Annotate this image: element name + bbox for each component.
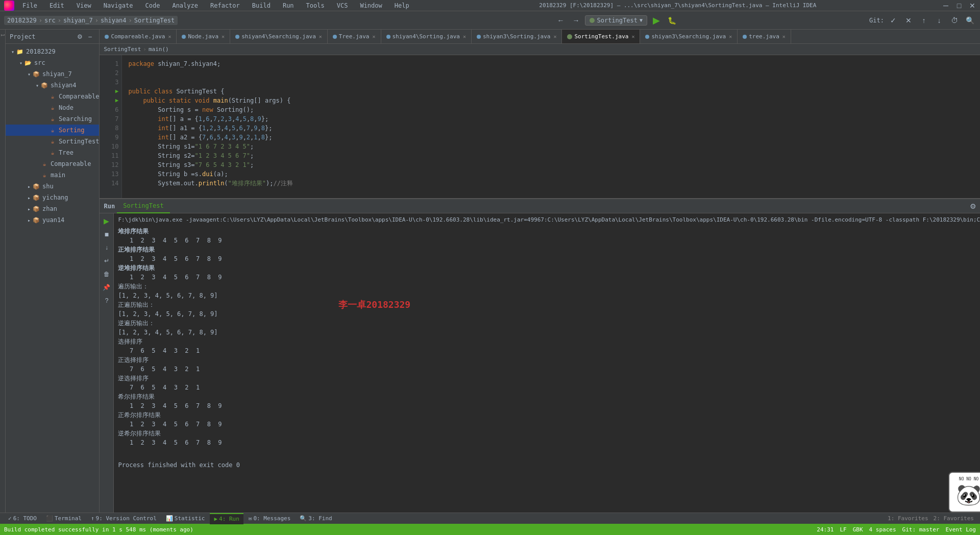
menu-code[interactable]: Code — [141, 0, 164, 11]
tree-item-Searching[interactable]: ▾ ☕ Searching — [6, 113, 99, 125]
run-button[interactable]: ▶ — [650, 14, 663, 27]
close-button[interactable]: ✕ — [969, 2, 976, 9]
indent-label[interactable]: 4 spaces — [869, 526, 896, 533]
bottom-tab-terminal[interactable]: ⬛ Terminal — [42, 513, 86, 524]
project-selector[interactable]: 20182329 › src › shiyan_7 › shiyan4 › So… — [4, 16, 178, 25]
tab-Searching4[interactable]: shiyan4\Searching.java ✕ — [230, 30, 328, 44]
tab-Sorting4[interactable]: shiyan4\Sorting.java ✕ — [381, 30, 472, 44]
tree-item-Sorting[interactable]: ▾ ☕ Sorting — [6, 125, 99, 136]
tree-item-yichang[interactable]: ▸ 📦 yichang — [6, 192, 99, 203]
breadcrumb-method[interactable]: main() — [149, 46, 169, 53]
menu-navigate[interactable]: Navigate — [100, 0, 137, 11]
tree-item-20182329[interactable]: ▾ 📁 20182329 — [6, 46, 99, 57]
tree-item-shu[interactable]: ▸ 📦 shu — [6, 181, 99, 192]
event-log-label[interactable]: Event Log — [945, 526, 976, 533]
tab-Tree[interactable]: Tree.java ✕ — [328, 30, 381, 44]
menu-run[interactable]: Run — [279, 0, 298, 11]
minimize-button[interactable]: ─ — [942, 2, 949, 9]
run-pin[interactable]: 📌 — [101, 282, 112, 293]
menu-build[interactable]: Build — [248, 0, 275, 11]
tab-Sorting3[interactable]: shiyan3\Sorting.java ✕ — [472, 30, 562, 44]
menu-analyze[interactable]: Analyze — [168, 0, 202, 11]
favorites-tab-2[interactable]: 2: Favorites — [932, 515, 976, 522]
tab-close-Compareable[interactable]: ✕ — [168, 34, 171, 39]
git-checkmark[interactable]: ✓ — [887, 14, 899, 27]
tab-close-Sorting3[interactable]: ✕ — [553, 34, 556, 39]
tab-treejava[interactable]: tree.java ✕ — [738, 30, 791, 44]
tree-item-Tree[interactable]: ▾ ☕ Tree — [6, 147, 99, 158]
tree-item-Compareable2[interactable]: ▾ ☕ Compareable — [6, 158, 99, 169]
tree-item-src[interactable]: ▾ 📂 src — [6, 57, 99, 68]
run-stop-button[interactable]: ■ — [101, 229, 112, 240]
tree-item-shiyan4[interactable]: ▾ 📦 shiyan4 — [6, 80, 99, 91]
tab-Node[interactable]: Node.java ✕ — [177, 30, 230, 44]
sidebar-collapse[interactable]: – — [85, 32, 95, 42]
tab-close-Sorting4[interactable]: ✕ — [463, 34, 466, 39]
tab-close-treejava[interactable]: ✕ — [782, 34, 786, 39]
run-tab-SortingTest[interactable]: SortingTest — [117, 199, 169, 213]
tree-item-main[interactable]: ▾ ☕ main — [6, 169, 99, 181]
tree-label-shiyan7: shiyan_7 — [42, 70, 72, 78]
menu-edit[interactable]: Edit — [45, 0, 68, 11]
debug-button[interactable]: 🐛 — [666, 14, 678, 27]
tab-SortingTest[interactable]: SortingTest.java ✕ — [562, 30, 640, 44]
run-panel-settings[interactable]: ⚙ — [968, 201, 978, 211]
tree-item-Node[interactable]: ▾ ☕ Node — [6, 102, 99, 113]
menu-help[interactable]: Help — [390, 0, 413, 11]
git-update[interactable]: ↑ — [918, 14, 930, 27]
history-button[interactable]: ⏱ — [948, 14, 961, 27]
git-branch-label[interactable]: Git: master — [902, 526, 940, 533]
git-push[interactable]: ↓ — [933, 14, 945, 27]
tree-item-SortingTest[interactable]: ▾ ☕ SortingTest — [6, 136, 99, 147]
tree-item-shiyan7[interactable]: ▾ 📦 shiyan_7 — [6, 68, 99, 80]
menu-vcs[interactable]: VCS — [333, 0, 352, 11]
bottom-tab-todo[interactable]: ✓ 6: TODO — [4, 513, 41, 524]
git-label: Git: — [869, 17, 884, 24]
git-x[interactable]: ✕ — [902, 14, 915, 27]
breadcrumb-file[interactable]: SortingTest — [104, 46, 141, 53]
code-editor[interactable]: 1 2 3 ▶ ▶ 6 7 8 9 10 11 12 13 14 package… — [100, 55, 980, 198]
bottom-tab-statistic[interactable]: 📊 Statistic — [162, 513, 209, 524]
bottom-tab-find[interactable]: 🔍 3: Find — [296, 513, 336, 524]
run-configuration[interactable]: SortingTest ▼ — [585, 15, 647, 26]
tab-close-Searching4[interactable]: ✕ — [319, 34, 322, 39]
tab-Searching3[interactable]: shiyan3\Searching.java ✕ — [640, 30, 738, 44]
tree-item-zhan[interactable]: ▸ 📦 zhan — [6, 203, 99, 214]
sidebar-gear[interactable]: ⚙ — [75, 32, 85, 42]
tree-item-yuan14[interactable]: ▸ 📦 yuan14 — [6, 214, 99, 226]
search-everywhere[interactable]: 🔍 — [964, 14, 976, 27]
title-bar: File Edit View Navigate Code Analyze Ref… — [0, 0, 980, 11]
tree-arrow-shiyan4: ▾ — [34, 82, 40, 88]
tab-Compareable[interactable]: Compareable.java ✕ — [100, 30, 177, 44]
charset-label[interactable]: GBK — [853, 526, 863, 533]
menu-refactor[interactable]: Refactor — [206, 0, 244, 11]
cursor-position[interactable]: 24:31 — [817, 526, 834, 533]
run-soft-wrap[interactable]: ↵ — [101, 255, 112, 266]
bottom-tab-messages[interactable]: ✉ 0: Messages — [244, 513, 295, 524]
run-help[interactable]: ? — [101, 295, 112, 306]
tree-item-Compareable[interactable]: ▾ ☕ Compareable — [6, 91, 99, 102]
forward-button[interactable]: → — [570, 14, 582, 27]
code-content[interactable]: package shiyan_7.shiyan4; public class S… — [122, 55, 980, 198]
sep3: › — [129, 17, 132, 24]
menu-view[interactable]: View — [72, 0, 95, 11]
run-scroll-end[interactable]: ↓ — [101, 242, 112, 253]
line-ending[interactable]: LF — [840, 526, 846, 533]
tab-close-Node[interactable]: ✕ — [222, 34, 225, 39]
back-button[interactable]: ← — [554, 14, 567, 27]
menu-tools[interactable]: Tools — [302, 0, 329, 11]
bottom-tab-vcs[interactable]: ↑ 9: Version Control — [87, 513, 161, 524]
tab-close-Tree[interactable]: ✕ — [372, 34, 375, 39]
code-line-12: String s3="7 6 5 4 3 2 1"; — [128, 160, 980, 169]
tab-close-Searching3[interactable]: ✕ — [729, 34, 732, 39]
project-panel-toggle[interactable]: 1 — [0, 34, 5, 36]
menu-window[interactable]: Window — [356, 0, 386, 11]
run-clear[interactable]: 🗑 — [101, 269, 112, 280]
favorites-tab-1[interactable]: 1: Favorites — [886, 515, 930, 522]
maximize-button[interactable]: □ — [955, 2, 963, 9]
menu-file[interactable]: File — [18, 0, 41, 11]
bottom-tab-run[interactable]: ▶ 4: Run — [210, 513, 243, 524]
run-rerun-button[interactable]: ▶ — [101, 215, 112, 227]
tab-close-SortingTest[interactable]: ✕ — [631, 34, 634, 39]
tree-arrow-yuan14: ▸ — [26, 217, 32, 223]
